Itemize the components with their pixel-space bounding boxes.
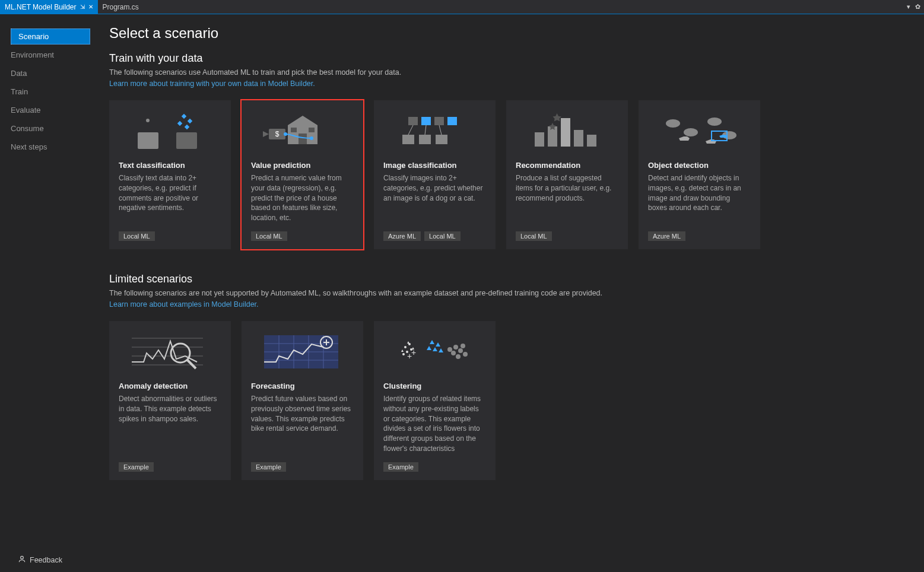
tab-bar: ML.NET Model Builder ⇲ ✕ Program.cs ▾ ✿: [0, 0, 924, 14]
svg-rect-26: [574, 130, 583, 147]
sidebar-item-scenario[interactable]: Scenario: [11, 28, 90, 45]
card-badges: Local ML: [516, 231, 618, 241]
svg-line-23: [439, 125, 442, 135]
svg-rect-18: [421, 117, 431, 125]
badge: Example: [119, 462, 154, 472]
sidebar-item-environment[interactable]: Environment: [0, 47, 95, 63]
svg-rect-24: [535, 132, 544, 147]
card-illustration-icon: $: [251, 109, 354, 155]
card-description: Classify text data into 2+ categories, e…: [119, 173, 221, 223]
sidebar-item-consume[interactable]: Consume: [0, 120, 95, 136]
tab-mlnet[interactable]: ML.NET Model Builder ⇲ ✕: [0, 0, 98, 14]
svg-rect-19: [434, 117, 444, 125]
svg-rect-3: [181, 114, 186, 119]
card-description: Produce a list of suggested items for a …: [516, 173, 618, 223]
scenario-card[interactable]: $Value predictionPredict a numeric value…: [242, 100, 363, 249]
svg-point-64: [447, 347, 452, 352]
svg-point-59: [458, 348, 463, 353]
sidebar-item-train[interactable]: Train: [0, 84, 95, 100]
card-description: Detect abnormalities or outliers in data…: [119, 394, 221, 454]
sidebar-item-data[interactable]: Data: [0, 65, 95, 81]
card-badges: Example: [119, 462, 221, 472]
svg-rect-28: [561, 118, 570, 147]
card-illustration-icon: [119, 109, 221, 155]
svg-point-29: [666, 119, 680, 128]
scenario-card[interactable]: Image classificationClassify images into…: [374, 100, 496, 249]
card-badges: Azure MLLocal ML: [383, 231, 486, 241]
card-description: Predict future values based on previousl…: [251, 394, 354, 454]
svg-rect-1: [176, 132, 197, 149]
feedback-link[interactable]: Feedback: [18, 555, 62, 565]
tab-programcs[interactable]: Program.cs: [98, 0, 144, 14]
card-title: Image classification: [383, 161, 486, 170]
svg-text:+: +: [411, 348, 416, 357]
scenario-card[interactable]: RecommendationProduce a list of suggeste…: [506, 100, 628, 249]
svg-rect-15: [419, 135, 431, 144]
gear-icon[interactable]: ✿: [915, 3, 920, 11]
card-description: Predict a numeric value from your data (…: [251, 173, 354, 223]
sidebar-item-next-steps[interactable]: Next steps: [0, 139, 95, 155]
card-badges: Azure ML: [648, 231, 751, 241]
page-title: Select a scenario: [109, 25, 910, 42]
svg-point-63: [463, 352, 468, 357]
scenario-card[interactable]: ++ClusteringIdentify groups of related i…: [374, 321, 496, 480]
section1-link[interactable]: Learn more about training with your own …: [109, 80, 315, 88]
svg-rect-5: [177, 121, 182, 126]
badge: Example: [383, 462, 418, 472]
card-illustration-icon: ++: [383, 329, 486, 376]
svg-point-65: [21, 556, 24, 559]
card-title: Clustering: [383, 382, 486, 390]
scenario-card[interactable]: ForecastingPredict future values based o…: [242, 321, 363, 480]
cards-row-1: Text classificationClassify text data in…: [109, 100, 910, 249]
card-badges: Example: [251, 462, 354, 472]
badge: Local ML: [424, 231, 461, 241]
card-title: Value prediction: [251, 161, 354, 170]
sidebar-item-evaluate[interactable]: Evaluate: [0, 102, 95, 118]
section1-sub: The following scenarios use Automated ML…: [109, 68, 910, 77]
svg-rect-7: [299, 134, 307, 144]
section2-link[interactable]: Learn more about examples in Model Build…: [109, 300, 259, 309]
scenario-card[interactable]: Object detectionDetect and identify obje…: [639, 100, 760, 249]
cards-row-2: Anomaly detectionDetect abnormalities or…: [109, 321, 910, 480]
svg-point-58: [453, 345, 458, 349]
svg-rect-4: [187, 119, 192, 123]
badge: Example: [251, 462, 286, 472]
svg-rect-27: [587, 135, 596, 147]
card-title: Forecasting: [251, 382, 354, 390]
svg-point-13: [310, 136, 313, 140]
svg-point-2: [146, 119, 150, 122]
chevron-down-icon[interactable]: ▾: [907, 3, 910, 11]
card-illustration-icon: [648, 109, 751, 155]
badge: Local ML: [516, 231, 552, 241]
card-badges: Example: [383, 462, 486, 472]
svg-point-55: [402, 353, 405, 355]
card-title: Object detection: [648, 161, 751, 170]
content: Select a scenario Train with your data T…: [95, 14, 924, 572]
svg-rect-0: [138, 132, 158, 149]
close-icon[interactable]: ✕: [88, 4, 93, 10]
scenario-card[interactable]: Anomaly detectionDetect abnormalities or…: [109, 321, 231, 480]
svg-point-12: [284, 132, 287, 136]
svg-point-60: [451, 351, 456, 355]
card-description: Detect and identify objects in images, e…: [648, 173, 751, 223]
svg-point-30: [684, 128, 698, 136]
svg-rect-6: [184, 125, 189, 129]
card-illustration-icon: [383, 109, 486, 155]
svg-rect-20: [447, 117, 457, 125]
card-title: Anomaly detection: [119, 382, 221, 390]
card-title: Text classification: [119, 161, 221, 170]
card-illustration-icon: [251, 329, 354, 376]
card-badges: Local ML: [251, 231, 354, 241]
card-title: Recommendation: [516, 161, 618, 170]
svg-text:$: $: [275, 130, 279, 138]
badge: Local ML: [251, 231, 287, 241]
pin-icon[interactable]: ⇲: [80, 4, 85, 10]
tab-label: Program.cs: [103, 3, 139, 11]
tab-bar-controls: ▾ ✿: [903, 0, 924, 14]
card-description: Identify groups of related items without…: [383, 394, 486, 454]
section1-heading: Train with your data: [109, 52, 910, 65]
svg-point-31: [707, 117, 722, 126]
tab-label: ML.NET Model Builder: [5, 3, 77, 11]
scenario-card[interactable]: Text classificationClassify text data in…: [109, 100, 231, 249]
sidebar: Scenario Environment Data Train Evaluate…: [0, 14, 95, 572]
